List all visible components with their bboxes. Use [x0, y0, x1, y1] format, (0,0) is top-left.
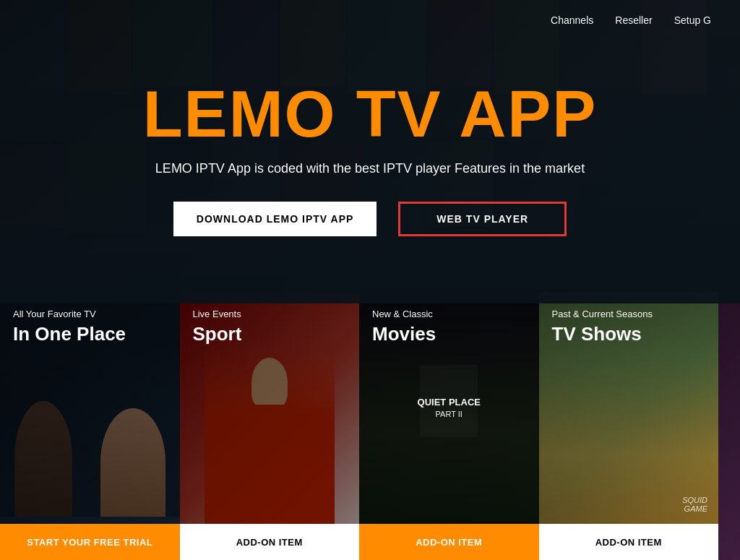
hero-content: LEMO TV APP LEMO IPTV App is coded with …	[0, 0, 740, 303]
card-movies-btn[interactable]: Add-on Item	[359, 524, 539, 560]
card-sport-label: Live Events	[193, 309, 241, 319]
card-tvshows-label: Past & Current Seasons	[552, 309, 653, 319]
hero-buttons: DOWNLOAD LEMO IPTV APP WEB TV PLAYER	[173, 202, 567, 236]
nav-links: Channels Reseller Setup G	[551, 14, 711, 26]
card-tvshows-btn[interactable]: Add-on Item	[539, 524, 719, 560]
nav-setup[interactable]: Setup G	[674, 14, 711, 26]
card-tv-title: In One Place	[13, 323, 126, 345]
card-sport-btn[interactable]: Add-on Item	[180, 524, 360, 560]
card-tv-btn[interactable]: START YOUR FREE TRIAL	[0, 524, 180, 560]
card-tv-label: All Your Favorite TV	[13, 309, 96, 319]
hero-subtitle: LEMO IPTV App is coded with the best IPT…	[155, 161, 585, 176]
squid-game-text: SQUIDGAME	[682, 496, 707, 513]
download-button[interactable]: DOWNLOAD LEMO IPTV APP	[173, 202, 377, 236]
navbar: Channels Reseller Setup G	[0, 0, 740, 40]
card-movies-label: New & Classic	[372, 309, 433, 319]
movie-poster-text: QUIET PLACE PART II	[418, 397, 481, 419]
card-sport-title: Sport	[193, 323, 242, 345]
nav-reseller[interactable]: Reseller	[615, 14, 652, 26]
nav-channels[interactable]: Channels	[551, 14, 593, 26]
card-tvshows-title: TV Shows	[552, 323, 642, 345]
hero-title: LEMO TV APP	[143, 82, 598, 147]
web-player-button[interactable]: WEB TV PLAYER	[398, 202, 567, 236]
card-movies-title: Movies	[372, 323, 436, 345]
